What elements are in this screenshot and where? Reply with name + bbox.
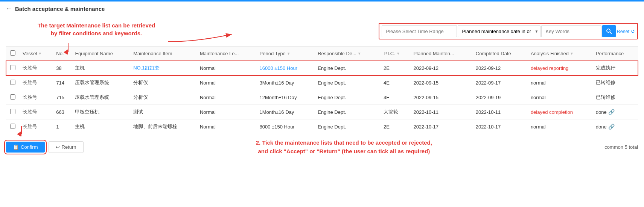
maintenance-le-cell: Normal [197, 90, 257, 105]
performance-cell: done 🔗 [593, 105, 638, 119]
col-responsible: Responsible De... ▼ [315, 47, 381, 61]
analysis-cell: delayed reporting [528, 61, 593, 76]
pic-cell: 2E [381, 119, 410, 134]
col-vessel: Vessel ▼ [20, 47, 53, 61]
pic-filter-icon[interactable]: ▼ [396, 51, 400, 56]
performance-cell: 已转维修 [593, 76, 638, 90]
vessel-cell: 长胜号 [20, 61, 53, 76]
col-period-type: Period Type ▼ [257, 47, 315, 61]
responsible-cell: Engine Dept. [315, 105, 381, 119]
time-range-input[interactable] [382, 25, 457, 37]
pic-cell: 4E [381, 76, 410, 90]
keywords-input[interactable] [541, 25, 601, 37]
period-type-cell: 3Month±16 Day [257, 76, 315, 90]
equipment-name-cell: 主机 [72, 61, 130, 76]
reset-button[interactable]: Reset ↺ [617, 29, 635, 34]
return-button[interactable]: ↩ Return [49, 141, 84, 153]
planned-mainten-cell: 2022-09-15 [410, 90, 472, 105]
no-cell: 38 [53, 61, 72, 76]
annotation-text: The target Maintenance list can be retri… [17, 21, 175, 37]
row-checkbox[interactable] [10, 109, 15, 114]
performance-cell: 完成执行 [593, 61, 638, 76]
maintenance-item-cell: 测试 [130, 105, 197, 119]
planned-mainten-cell: 2022-10-17 [410, 119, 472, 134]
svg-point-3 [607, 29, 610, 32]
planned-mainten-cell: 2022-10-11 [410, 105, 472, 119]
maintenance-le-cell: Normal [197, 76, 257, 90]
equipment-name-cell: 压载水管理系统 [72, 90, 130, 105]
table-row: 长胜号38主机NO.1缸缸套Normal16000 ±150 HourEngin… [6, 61, 638, 76]
sort-select-wrap: Planned maintenance date in order Comple… [458, 25, 540, 37]
vessel-cell: 长胜号 [20, 105, 53, 119]
row-checkbox[interactable] [10, 65, 15, 70]
sort-select[interactable]: Planned maintenance date in order Comple… [458, 25, 540, 37]
table-wrap: Vessel ▼ No. Equipment Name Maintenance … [0, 46, 644, 134]
equipment-name-cell: 甲板空压机 [72, 105, 130, 119]
completed-date-cell: 2022-09-12 [473, 61, 528, 76]
col-performance: Performance [593, 47, 638, 61]
no-cell: 715 [53, 90, 72, 105]
search-icon [606, 28, 612, 34]
analysis-cell: delayed completion [528, 105, 593, 119]
completed-date-cell: 2022-10-17 [473, 119, 528, 134]
period-type-cell: 12Month±16 Day [257, 90, 315, 105]
equipment-name-cell: 压载水管理系统 [72, 76, 130, 90]
maintenance-le-cell: Normal [197, 105, 257, 119]
pic-cell: 4E [381, 90, 410, 105]
responsible-cell: Engine Dept. [315, 90, 381, 105]
down-arrow-icon [62, 43, 74, 54]
table-header: Vessel ▼ No. Equipment Name Maintenance … [6, 47, 638, 61]
search-button[interactable] [602, 25, 616, 37]
col-completed-date: Completed Date [473, 47, 528, 61]
col-analysis: Analysis Finished ▼ [528, 47, 593, 61]
col-maintenance-item: Maintenance Item [130, 47, 197, 61]
page-header: ← Batch acceptance & maintenance [0, 2, 644, 16]
no-cell: 714 [53, 76, 72, 90]
planned-mainten-cell: 2022-09-15 [410, 76, 472, 90]
annotation-box: The target Maintenance list can be retri… [6, 20, 379, 37]
select-all-checkbox[interactable] [10, 50, 15, 56]
maintenance-le-cell: Normal [197, 119, 257, 134]
total-count: common 5 total [604, 144, 638, 150]
pic-cell: 大管轮 [381, 105, 410, 119]
period-type-cell: 8000 ±150 Hour [257, 119, 315, 134]
planned-mainten-cell: 2022-09-12 [410, 61, 472, 76]
no-cell: 1 [53, 119, 72, 134]
col-equipment-name: Equipment Name [72, 47, 130, 61]
analysis-cell: normal [528, 76, 593, 90]
return-icon: ↩ [56, 144, 60, 150]
vessel-filter-icon[interactable]: ▼ [38, 51, 42, 56]
responsible-cell: Engine Dept. [315, 119, 381, 134]
footer-annotation: 2. Tick the maintenance lists that need … [87, 139, 601, 156]
row-checkbox[interactable] [10, 94, 15, 100]
completed-date-cell: 2022-09-17 [473, 76, 528, 90]
back-button[interactable]: ← [6, 5, 12, 12]
analysis-filter-icon[interactable]: ▼ [570, 51, 574, 56]
col-planned-mainten: Planned Mainten... [410, 47, 472, 61]
responsible-filter-icon[interactable]: ▼ [358, 51, 361, 56]
filter-area: The target Maintenance list can be retri… [0, 16, 644, 46]
page-title: Batch acceptance & maintenance [15, 6, 105, 12]
performance-cell: 已转维修 [593, 90, 638, 105]
svg-line-4 [610, 32, 612, 34]
annotation-arrow-icon [168, 30, 236, 45]
period-type-cell: 16000 ±150 Hour [257, 61, 315, 76]
confirm-button[interactable]: 📋 Confirm [6, 142, 45, 153]
performance-cell: done 🔗 [593, 119, 638, 134]
period-type-filter-icon[interactable]: ▼ [287, 51, 291, 56]
row-checkbox[interactable] [10, 80, 15, 85]
maintenance-item-cell: NO.1缸缸套 [130, 61, 197, 76]
maintenance-item-cell: 分析仪 [130, 90, 197, 105]
table-row: 长胜号1主机地脚、前后末端螺栓Normal8000 ±150 HourEngin… [6, 119, 638, 134]
header-checkbox-col [6, 47, 20, 61]
row-checkbox[interactable] [10, 124, 15, 129]
table-body: 长胜号38主机NO.1缸缸套Normal16000 ±150 HourEngin… [6, 61, 638, 134]
clip-icon[interactable]: 🔗 [607, 124, 615, 130]
clip-icon[interactable]: 🔗 [607, 109, 615, 115]
footer-area: 📋 Confirm ↩ Return 2. Tick the maintenan… [0, 134, 644, 160]
table-row: 长胜号663甲板空压机测试Normal1Month±16 DayEngine D… [6, 105, 638, 119]
responsible-cell: Engine Dept. [315, 76, 381, 90]
col-maintenance-le: Maintenance Le... [197, 47, 257, 61]
analysis-cell: normal [528, 119, 593, 134]
table-row: 长胜号714压载水管理系统分析仪Normal3Month±16 DayEngin… [6, 76, 638, 90]
